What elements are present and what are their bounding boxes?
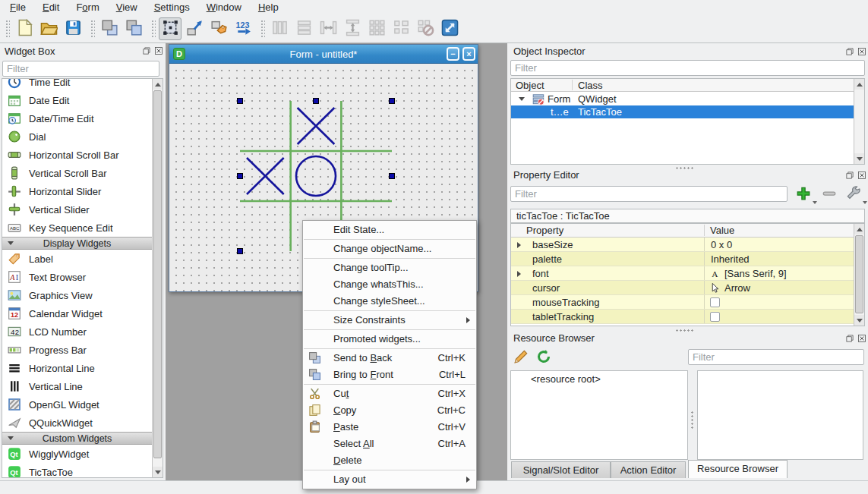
scroll-up-icon[interactable] bbox=[854, 79, 864, 90]
context-menu-item-promoted-widgets-[interactable]: Promoted widgets... bbox=[303, 331, 476, 348]
context-menu-item-lay-out[interactable]: Lay out bbox=[303, 471, 476, 488]
expander-down-icon[interactable] bbox=[519, 97, 525, 101]
toolbar-drag-handle[interactable] bbox=[260, 19, 265, 39]
resource-browser-filter-input[interactable] bbox=[688, 349, 864, 365]
context-menu-item-size-constraints[interactable]: Size Constraints bbox=[303, 312, 476, 329]
widget-item-graphics-view[interactable]: Graphics View bbox=[2, 286, 152, 304]
checkbox-unchecked-icon[interactable] bbox=[710, 312, 720, 322]
tab-action-editor[interactable]: Action Editor bbox=[611, 461, 686, 478]
float-icon[interactable] bbox=[844, 46, 854, 56]
reload-resources-button[interactable] bbox=[533, 347, 554, 367]
edit-tab-order-button[interactable]: 123 bbox=[232, 17, 254, 40]
context-menu-item-copy[interactable]: CopyCtrl+C bbox=[303, 402, 476, 419]
widget-item-tictactoe[interactable]: QtTicTacToe bbox=[2, 463, 152, 478]
selection-handle[interactable] bbox=[238, 249, 243, 254]
menu-settings[interactable]: Settings bbox=[146, 1, 198, 14]
widget-item-date-edit[interactable]: Date Edit bbox=[2, 91, 152, 109]
menu-view[interactable]: View bbox=[108, 1, 146, 14]
tab-resource-browser[interactable]: Resource Browser bbox=[688, 460, 788, 478]
property-value-cell[interactable] bbox=[704, 310, 854, 323]
float-icon[interactable] bbox=[141, 46, 151, 55]
widget-item-wigglywidget[interactable]: QtWigglyWidget bbox=[2, 445, 152, 463]
property-row-cursor[interactable]: cursorArrow bbox=[511, 281, 854, 295]
menu-help[interactable]: Help bbox=[250, 1, 287, 14]
add-property-button[interactable] bbox=[793, 184, 814, 203]
widget-item-horizontal-slider[interactable]: Horizontal Slider bbox=[2, 182, 152, 200]
send-to-back-button[interactable] bbox=[98, 17, 121, 40]
property-editor-scrollbar[interactable] bbox=[854, 224, 864, 326]
close-icon[interactable] bbox=[857, 170, 866, 180]
widget-item-vertical-scroll-bar[interactable]: Vertical Scroll Bar bbox=[2, 164, 152, 182]
widget-box-category-display-widgets[interactable]: Display Widgets bbox=[2, 237, 152, 250]
widget-item-label[interactable]: Label bbox=[2, 250, 152, 268]
layout-horizontal-splitter-button[interactable] bbox=[317, 17, 339, 40]
object-inspector-filter-input[interactable] bbox=[510, 60, 865, 76]
object-row-qwidget[interactable]: FormQWidget bbox=[511, 93, 854, 105]
splitter-handle[interactable] bbox=[674, 165, 694, 169]
context-menu-item-change-objectname-[interactable]: Change objectName... bbox=[303, 241, 476, 257]
layout-horizontal-button[interactable] bbox=[268, 17, 291, 40]
widget-item-calendar-widget[interactable]: 12Calendar Widget bbox=[2, 304, 152, 323]
layout-form-button[interactable] bbox=[390, 17, 412, 40]
scrollbar-thumb[interactable] bbox=[855, 235, 863, 313]
property-value-cell[interactable]: 0 x 0 bbox=[704, 238, 854, 251]
bring-to-front-button[interactable] bbox=[122, 17, 145, 40]
widget-box-category-custom-widgets[interactable]: Custom Widgets bbox=[2, 432, 152, 445]
property-value-cell[interactable] bbox=[704, 295, 854, 309]
widget-item-text-browser[interactable]: AIText Browser bbox=[2, 268, 152, 286]
close-icon[interactable] bbox=[857, 46, 866, 56]
adjust-size-button[interactable] bbox=[438, 17, 461, 40]
widget-item-horizontal-line[interactable]: Horizontal Line bbox=[2, 359, 152, 377]
new-form-button[interactable] bbox=[13, 17, 36, 40]
property-editor-filter-input[interactable] bbox=[510, 186, 788, 202]
context-menu-item-change-stylesheet-[interactable]: Change styleSheet... bbox=[303, 293, 476, 310]
break-layout-button[interactable] bbox=[414, 17, 437, 40]
resource-root-item[interactable]: <resource root> bbox=[531, 373, 601, 385]
context-menu-item-paste[interactable]: PasteCtrl+V bbox=[303, 419, 476, 436]
chevron-down-icon[interactable] bbox=[813, 201, 817, 204]
layout-vertical-splitter-button[interactable] bbox=[341, 17, 364, 40]
scroll-down-icon[interactable] bbox=[153, 467, 163, 477]
property-value-cell[interactable]: Arrow bbox=[704, 281, 854, 294]
toolbar-drag-handle[interactable] bbox=[150, 19, 156, 39]
selection-handle[interactable] bbox=[390, 174, 395, 179]
edit-signals-slots-button[interactable] bbox=[183, 17, 206, 40]
selection-handle[interactable] bbox=[238, 99, 243, 104]
checkbox-unchecked-icon[interactable] bbox=[710, 297, 720, 307]
expander-right-icon[interactable] bbox=[517, 271, 521, 277]
widget-item-vertical-line[interactable]: Vertical Line bbox=[2, 377, 152, 395]
scroll-down-icon[interactable] bbox=[854, 315, 864, 326]
context-menu-item-bring-to-front[interactable]: Bring to FrontCtrl+L bbox=[303, 367, 476, 383]
widget-item-qquickwidget[interactable]: QQuickWidget bbox=[2, 414, 152, 432]
selection-handle[interactable] bbox=[238, 174, 243, 179]
edit-widgets-button[interactable] bbox=[159, 17, 181, 40]
object-row-tictactoe[interactable]: t…eTicTacToe bbox=[511, 105, 854, 118]
property-row-font[interactable]: fontA[Sans Serif, 9] bbox=[511, 266, 854, 281]
context-menu-item-delete[interactable]: Delete bbox=[303, 452, 476, 469]
splitter-handle[interactable] bbox=[690, 410, 693, 429]
widget-item-dial[interactable]: Dial bbox=[2, 127, 152, 146]
context-menu-item-select-all[interactable]: Select AllCtrl+A bbox=[303, 436, 476, 452]
form-window-titlebar[interactable]: D Form - untitled* − × bbox=[169, 45, 478, 64]
widget-box-scrollbar[interactable] bbox=[152, 79, 163, 477]
menu-window[interactable]: Window bbox=[198, 1, 250, 14]
scroll-down-icon[interactable] bbox=[854, 153, 864, 164]
save-form-button[interactable] bbox=[62, 17, 84, 40]
selection-handle[interactable] bbox=[314, 99, 319, 104]
tab-signal-slot-editor[interactable]: Signal/Slot Editor bbox=[511, 461, 611, 478]
property-row-tablettracking[interactable]: tabletTracking bbox=[511, 310, 854, 324]
close-icon[interactable] bbox=[857, 333, 866, 343]
widget-item-opengl-widget[interactable]: OpenGL Widget bbox=[2, 395, 152, 414]
menu-file[interactable]: File bbox=[2, 1, 34, 14]
widget-item-time-edit[interactable]: Time Edit bbox=[2, 78, 152, 91]
remove-property-button[interactable] bbox=[819, 184, 840, 203]
object-inspector-scrollbar[interactable] bbox=[854, 79, 864, 164]
splitter-handle[interactable] bbox=[674, 328, 694, 332]
context-menu-item-send-to-back[interactable]: Send to BackCtrl+K bbox=[303, 350, 476, 367]
float-icon[interactable] bbox=[844, 170, 854, 180]
property-value-cell[interactable]: A[Sans Serif, 9] bbox=[704, 266, 854, 280]
minimize-button[interactable]: − bbox=[447, 47, 459, 61]
property-row-basesize[interactable]: baseSize0 x 0 bbox=[511, 238, 854, 252]
property-row-mousetracking[interactable]: mouseTracking bbox=[511, 295, 854, 310]
close-button[interactable]: × bbox=[462, 47, 475, 61]
